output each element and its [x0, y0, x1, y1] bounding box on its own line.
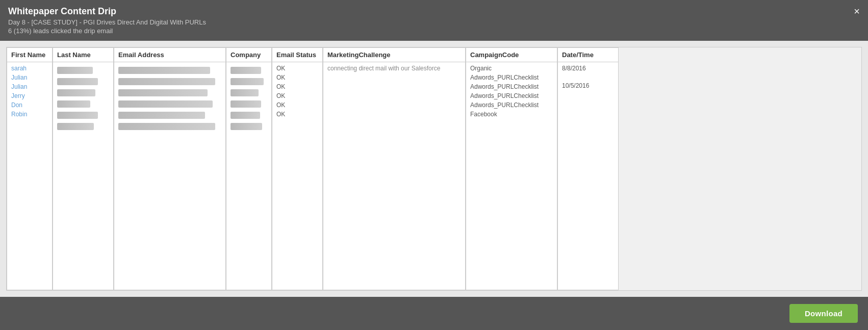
modal-title: Whitepaper Content Drip [8, 6, 860, 17]
cell-first-name-5[interactable]: Don [11, 101, 48, 109]
redacted-row [118, 78, 215, 85]
cell-first-name-3[interactable]: Julian [11, 83, 48, 91]
redacted-row [118, 89, 208, 96]
data-table: First Name sarah Julian Julian Jerry Don… [7, 47, 861, 290]
main-content: First Name sarah Julian Julian Jerry Don… [0, 41, 868, 297]
col-values-last-name [53, 62, 113, 135]
col-values-first-name: sarah Julian Julian Jerry Don Robin [7, 62, 52, 120]
redacted-row [118, 67, 210, 74]
data-table-container[interactable]: First Name sarah Julian Julian Jerry Don… [6, 47, 862, 291]
redacted-row [57, 78, 98, 85]
cell-datetime-6: 10/5/2016 [562, 82, 614, 90]
col-header-email-status: Email Status [272, 48, 322, 62]
cell-email-status-6: OK [276, 110, 318, 118]
redacted-row [231, 67, 261, 74]
cell-campaign-1: Organic [470, 64, 553, 72]
redacted-row [57, 67, 93, 74]
cell-marketing-4 [327, 78, 461, 79]
column-email-status: Email Status OK OK OK OK OK OK [272, 47, 323, 290]
redacted-row [57, 89, 95, 96]
column-last-name: Last Name [53, 47, 114, 290]
cell-datetime-3 [562, 75, 614, 77]
cell-campaign-2: Adwords_PURLChecklist [470, 73, 553, 82]
redacted-row [231, 112, 260, 119]
modal-header: Whitepaper Content Drip Day 8 - [CASE ST… [0, 0, 868, 41]
cell-first-name-1[interactable]: sarah [11, 64, 48, 72]
redacted-row [57, 123, 94, 130]
redacted-row [118, 112, 205, 119]
cell-first-name-2[interactable]: Julian [11, 73, 48, 82]
cell-email-status-2: OK [276, 73, 318, 82]
column-email-address: Email Address [114, 47, 226, 290]
col-values-email [114, 62, 225, 135]
column-first-name: First Name sarah Julian Julian Jerry Don… [7, 47, 53, 290]
cell-campaign-4: Adwords_PURLChecklist [470, 92, 553, 100]
col-header-last-name: Last Name [53, 48, 113, 62]
cell-campaign-6: Facebook [470, 110, 553, 118]
redacted-row [231, 78, 264, 85]
col-header-marketing: MarketingChallenge [323, 48, 465, 62]
cell-campaign-3: Adwords_PURLChecklist [470, 83, 553, 91]
modal-footer: Download [0, 297, 868, 330]
cell-marketing-5 [327, 80, 461, 81]
cell-first-name-6[interactable]: Robin [11, 110, 48, 118]
column-marketing-challenge: MarketingChallenge connecting direct mai… [323, 47, 466, 290]
cell-marketing-1: connecting direct mail with our Salesfor… [327, 64, 461, 72]
cell-campaign-5: Adwords_PURLChecklist [470, 101, 553, 109]
column-datetime: Date/Time 8/8/2016 10/5/2016 [557, 47, 619, 290]
col-header-datetime: Date/Time [558, 48, 618, 62]
redacted-row [231, 89, 259, 96]
cell-marketing-2 [327, 73, 461, 74]
col-values-company [226, 62, 271, 135]
modal-subtitle: Day 8 - [CASE STUDY] - PGI Drives Direct… [8, 18, 860, 26]
cell-first-name-4[interactable]: Jerry [11, 92, 48, 100]
col-header-email-address: Email Address [114, 48, 225, 62]
col-values-datetime: 8/8/2016 10/5/2016 [558, 62, 618, 92]
cell-datetime-2 [562, 73, 614, 74]
cell-marketing-3 [327, 75, 461, 77]
redacted-row [118, 123, 215, 130]
redacted-row [57, 100, 90, 108]
column-campaign-code: CampaignCode Organic Adwords_PURLCheckli… [466, 47, 557, 290]
col-header-company: Company [226, 48, 271, 62]
redacted-row [231, 123, 262, 130]
cell-email-status-5: OK [276, 101, 318, 109]
cell-email-status-4: OK [276, 92, 318, 100]
cell-email-status-3: OK [276, 83, 318, 91]
cell-datetime-5 [562, 80, 614, 81]
redacted-row [231, 100, 261, 108]
cell-marketing-6 [327, 82, 461, 83]
cell-email-status-1: OK [276, 64, 318, 72]
modal-stat: 6 (13%) leads clicked the drip email [8, 27, 860, 35]
col-values-email-status: OK OK OK OK OK OK [272, 62, 322, 120]
cell-datetime-4 [562, 78, 614, 79]
redacted-row [57, 112, 98, 119]
col-values-marketing: connecting direct mail with our Salesfor… [323, 62, 465, 85]
cell-datetime-1: 8/8/2016 [562, 64, 614, 72]
col-header-campaign: CampaignCode [466, 48, 557, 62]
redacted-row [118, 100, 213, 108]
column-company: Company [226, 47, 272, 290]
col-values-campaign: Organic Adwords_PURLChecklist Adwords_PU… [466, 62, 557, 120]
col-header-first-name: First Name [7, 48, 52, 62]
close-button[interactable]: × [854, 6, 860, 16]
download-button[interactable]: Download [789, 304, 858, 323]
